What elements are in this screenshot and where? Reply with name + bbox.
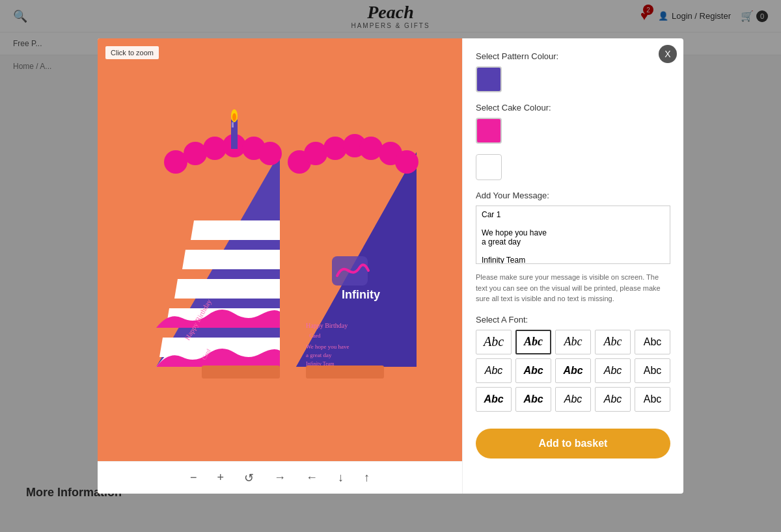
font-option-15[interactable]: Abc — [635, 387, 670, 412]
pattern-colour-swatch-purple[interactable] — [476, 66, 502, 92]
font-grid-row2: Abc Abc Abc Abc Abc — [476, 358, 670, 383]
font-option-11[interactable]: Abc — [476, 387, 512, 412]
zoom-out-button[interactable]: − — [185, 468, 202, 487]
font-option-8[interactable]: Abc — [555, 358, 591, 383]
click-to-zoom-hint[interactable]: Click to zoom — [105, 46, 159, 59]
select-cake-colour-section — [476, 154, 670, 180]
add-to-basket-button[interactable]: Add to basket — [476, 429, 670, 459]
font-option-6[interactable]: Abc — [476, 358, 512, 383]
svg-rect-15 — [232, 122, 234, 127]
svg-point-17 — [232, 113, 236, 121]
font-option-12[interactable]: Abc — [515, 387, 551, 412]
message-textarea[interactable]: Car 1 We hope you have a great day Infin… — [476, 206, 670, 264]
svg-text:We hope you have: We hope you have — [306, 343, 349, 350]
rotate-button[interactable]: ↺ — [239, 468, 259, 488]
modal-body: Click to zoom — [98, 38, 683, 494]
modal-close-button[interactable]: X — [659, 45, 677, 63]
pattern-colour-section: Select Pattern Colour: — [476, 51, 670, 92]
svg-text:Happy Birthday: Happy Birthday — [306, 322, 348, 329]
message-label: Add Your Message: — [476, 191, 670, 200]
move-up-button[interactable]: ↑ — [359, 468, 375, 487]
message-hint-text: Please make sure your message is visible… — [476, 272, 670, 304]
image-controls: − + ↺ → ← ↓ ↑ — [98, 461, 462, 494]
font-section-label: Select A Font: — [476, 315, 670, 325]
pattern-colour-swatch-pink[interactable] — [476, 118, 502, 144]
font-option-2[interactable]: Abc — [515, 330, 551, 354]
svg-rect-37 — [306, 366, 384, 379]
product-image-container[interactable]: Happy Birthday Card — [98, 38, 462, 461]
font-grid-row1: Abc Abc Abc Abc Abc — [476, 330, 670, 354]
svg-marker-5 — [174, 279, 280, 299]
svg-point-29 — [395, 150, 418, 174]
svg-text:Card: Card — [309, 332, 321, 339]
product-options-panel: Select Pattern Colour: Select Cake Colou… — [462, 38, 683, 494]
svg-marker-6 — [182, 250, 280, 269]
font-option-3[interactable]: Abc — [555, 330, 591, 354]
move-right-button[interactable]: → — [269, 468, 291, 487]
svg-marker-7 — [191, 220, 280, 240]
product-image-panel: Click to zoom — [98, 38, 462, 494]
font-grid-row3: Abc Abc Abc Abc Abc — [476, 387, 670, 412]
modal-overlay: X Click to zoom — [0, 0, 781, 532]
font-option-9[interactable]: Abc — [595, 358, 631, 383]
font-option-1[interactable]: Abc — [476, 330, 512, 354]
svg-rect-20 — [202, 366, 280, 379]
font-option-5[interactable]: Abc — [635, 330, 670, 354]
zoom-in-button[interactable]: + — [212, 468, 230, 487]
font-option-14[interactable]: Abc — [595, 387, 631, 412]
move-down-button[interactable]: ↓ — [333, 468, 349, 487]
message-section: Add Your Message: Car 1 We hope you have… — [476, 191, 670, 304]
pattern-colour-label: Select Pattern Colour: — [476, 51, 670, 61]
cake-colour-section: Select Cake Colour: — [476, 103, 670, 144]
font-option-13[interactable]: Abc — [555, 387, 591, 412]
svg-text:a great day: a great day — [306, 352, 332, 358]
cake-colour-swatch-white[interactable] — [476, 154, 502, 180]
pattern-colour-sublabel: Select Cake Colour: — [476, 103, 670, 113]
svg-point-13 — [258, 142, 282, 165]
font-section: Select A Font: Abc Abc Abc Abc Abc Abc A… — [476, 315, 670, 412]
font-option-4[interactable]: Abc — [595, 330, 631, 354]
product-image-svg: Happy Birthday Card — [104, 68, 456, 432]
product-customizer-modal: X Click to zoom — [98, 38, 683, 494]
font-option-7[interactable]: Abc — [515, 358, 551, 383]
svg-text:Infinity: Infinity — [342, 288, 380, 301]
move-left-button[interactable]: ← — [301, 468, 323, 487]
font-option-10[interactable]: Abc — [635, 358, 670, 383]
